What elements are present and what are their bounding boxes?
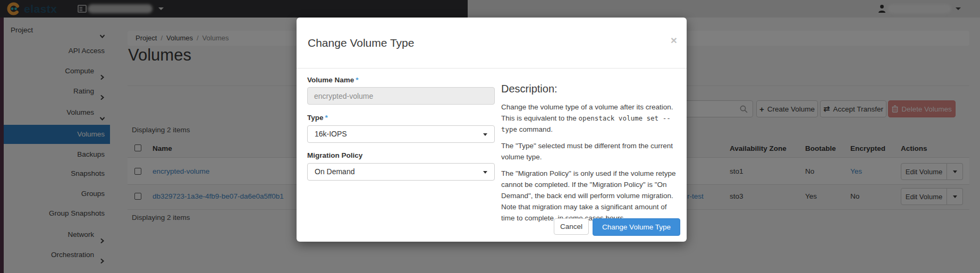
type-select[interactable]: 16k-IOPS bbox=[307, 125, 495, 143]
caret-down-icon bbox=[483, 171, 487, 174]
volume-name-field bbox=[307, 87, 495, 105]
horizon-dashboard: elastx Project API Access Compute bbox=[0, 0, 980, 273]
cancel-button[interactable]: Cancel bbox=[554, 218, 589, 235]
change-volume-type-modal: Change Volume Type × Volume Name* Type* … bbox=[297, 18, 687, 242]
type-label: Type* bbox=[307, 114, 328, 122]
modal-header-divider bbox=[297, 68, 687, 69]
change-volume-type-button[interactable]: Change Volume Type bbox=[593, 218, 680, 236]
close-icon[interactable]: × bbox=[671, 35, 677, 46]
description-heading: Description: bbox=[501, 83, 557, 95]
modal-title: Change Volume Type bbox=[308, 37, 414, 49]
migration-policy-select[interactable]: On Demand bbox=[307, 163, 495, 181]
migration-policy-label: Migration Policy bbox=[307, 151, 362, 159]
description-text: Change the volume type of a volume after… bbox=[501, 101, 678, 229]
volume-name-label: Volume Name* bbox=[307, 76, 359, 84]
caret-down-icon bbox=[483, 133, 487, 136]
required-asterisk: * bbox=[324, 114, 328, 122]
required-asterisk: * bbox=[354, 76, 358, 84]
